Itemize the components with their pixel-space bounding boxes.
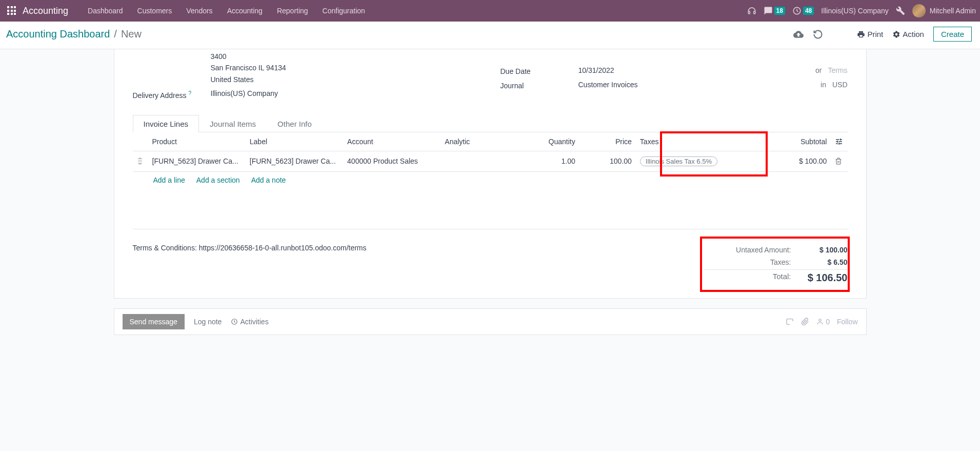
followers-button[interactable]: 0 <box>816 318 830 326</box>
add-line-link[interactable]: Add a line <box>153 176 185 184</box>
avatar <box>912 4 926 17</box>
untaxed-value: $ 100.00 <box>791 246 848 254</box>
action-button[interactable]: Action <box>892 30 924 38</box>
tab-other-info[interactable]: Other Info <box>267 115 323 132</box>
total-label: Total: <box>704 272 791 284</box>
trash-icon[interactable] <box>835 158 843 165</box>
svg-point-6 <box>819 319 822 322</box>
th-account[interactable]: Account <box>343 132 441 151</box>
send-message-button[interactable]: Send message <box>123 314 185 329</box>
th-quantity[interactable]: Quantity <box>518 132 579 151</box>
totals: Untaxed Amount: $ 100.00 Taxes: $ 6.50 T… <box>704 244 848 286</box>
th-price[interactable]: Price <box>579 132 636 151</box>
cell-product[interactable]: [FURN_5623] Drawer Ca... <box>148 151 246 171</box>
nav-menu: Dashboard Customers Vendors Accounting R… <box>81 0 372 22</box>
add-note-link[interactable]: Add a note <box>251 176 286 184</box>
content-scroll[interactable]: 3400 San Francisco IL 94134 United State… <box>0 49 980 450</box>
follow-button[interactable]: Follow <box>837 318 857 326</box>
cell-quantity[interactable]: 1.00 <box>518 151 579 171</box>
add-section-link[interactable]: Add a section <box>196 176 240 184</box>
nav-dashboard[interactable]: Dashboard <box>81 0 130 22</box>
activities-badge: 48 <box>803 7 814 15</box>
journal-label: Journal <box>501 81 578 90</box>
tab-invoice-lines[interactable]: Invoice Lines <box>133 115 199 132</box>
tabs: Invoice Lines Journal Items Other Info <box>133 115 848 132</box>
untaxed-label: Untaxed Amount: <box>704 246 791 254</box>
cell-label[interactable]: [FURN_5623] Drawer Ca... <box>246 151 343 171</box>
create-button[interactable]: Create <box>933 27 972 42</box>
th-product[interactable]: Product <box>148 132 246 151</box>
nav-customers[interactable]: Customers <box>130 0 179 22</box>
nav-reporting[interactable]: Reporting <box>270 0 315 22</box>
tab-journal-items[interactable]: Journal Items <box>199 115 267 132</box>
breadcrumb: Accounting Dashboard / New <box>6 28 142 40</box>
partner-address: 3400 San Francisco IL 94134 United State… <box>211 51 480 85</box>
delivery-value[interactable]: Illinois(US) Company <box>211 89 480 97</box>
due-date-label: Due Date <box>501 66 578 75</box>
control-panel: Accounting Dashboard / New Print Action … <box>0 22 980 49</box>
th-taxes[interactable]: Taxes <box>636 132 764 151</box>
discard-icon[interactable] <box>813 29 823 40</box>
support-icon[interactable] <box>747 6 756 15</box>
svg-rect-0 <box>748 11 750 14</box>
messages-badge: 18 <box>774 7 785 15</box>
print-button[interactable]: Print <box>857 30 883 38</box>
cell-analytic[interactable] <box>441 151 517 171</box>
due-date-value[interactable]: 10/31/2022 <box>578 66 614 74</box>
add-links: Add a line Add a section Add a note <box>133 172 848 188</box>
th-subtotal[interactable]: Subtotal <box>764 132 831 151</box>
taxes-total-value: $ 6.50 <box>791 258 848 266</box>
log-note-button[interactable]: Log note <box>194 318 222 326</box>
invoice-lines-table: Product Label Account Analytic Quantity … <box>133 132 848 172</box>
chatter-bar: Send message Log note Activities 0 Follo… <box>114 308 867 335</box>
form-sheet: 3400 San Francisco IL 94134 United State… <box>114 49 867 299</box>
save-cloud-icon[interactable] <box>793 29 804 40</box>
breadcrumb-parent[interactable]: Accounting Dashboard <box>6 28 110 40</box>
cell-subtotal: $ 100.00 <box>764 151 831 171</box>
table-row[interactable]: [FURN_5623] Drawer Ca... [FURN_5623] Dra… <box>133 151 848 171</box>
th-label[interactable]: Label <box>246 132 343 151</box>
svg-rect-3 <box>138 160 142 161</box>
total-value: $ 106.50 <box>791 272 848 284</box>
taxes-total-label: Taxes: <box>704 258 791 266</box>
drag-handle-icon[interactable] <box>133 151 148 171</box>
user-menu[interactable]: Mitchell Admin <box>912 4 976 17</box>
breadcrumb-current: New <box>121 28 142 40</box>
apps-grid-icon[interactable] <box>7 6 16 15</box>
svg-rect-1 <box>753 11 755 14</box>
activities-icon[interactable]: 48 <box>792 6 814 15</box>
company-switcher[interactable]: Illinois(US) Company <box>821 7 888 15</box>
currency-value[interactable]: USD <box>832 81 848 89</box>
cell-account[interactable]: 400000 Product Sales <box>343 151 441 171</box>
attachment-icon[interactable] <box>786 318 794 326</box>
journal-value[interactable]: Customer Invoices <box>578 81 638 89</box>
debug-icon[interactable] <box>896 6 905 15</box>
main-navbar: Accounting Dashboard Customers Vendors A… <box>0 0 980 22</box>
delivery-label: Delivery Address ? <box>133 89 211 100</box>
nav-vendors[interactable]: Vendors <box>179 0 219 22</box>
svg-rect-4 <box>138 162 142 162</box>
cell-price[interactable]: 100.00 <box>579 151 636 171</box>
messages-icon[interactable]: 18 <box>764 6 785 15</box>
app-brand[interactable]: Accounting <box>23 6 68 16</box>
th-analytic[interactable]: Analytic <box>441 132 517 151</box>
terms-placeholder[interactable]: Terms <box>828 66 847 74</box>
nav-configuration[interactable]: Configuration <box>315 0 372 22</box>
tax-tag[interactable]: Illinois Sales Tax 6.5% <box>640 156 717 166</box>
paperclip-icon[interactable] <box>801 318 809 326</box>
nav-accounting[interactable]: Accounting <box>220 0 270 22</box>
columns-settings-icon[interactable] <box>835 138 843 146</box>
terms-text[interactable]: Terms & Conditions: https://20636658-16-… <box>133 244 684 286</box>
breadcrumb-sep: / <box>114 28 117 40</box>
username: Mitchell Admin <box>930 7 976 15</box>
activities-button[interactable]: Activities <box>231 318 268 326</box>
cell-taxes[interactable]: Illinois Sales Tax 6.5% <box>636 151 764 171</box>
